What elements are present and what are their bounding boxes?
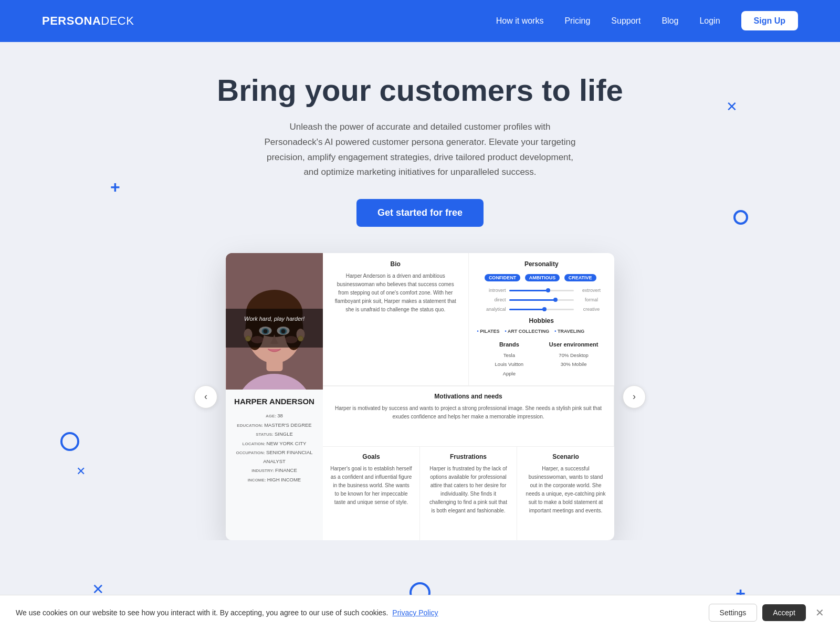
persona-motivations: Motivations and needs Harper is motivate… — [323, 386, 614, 446]
cookie-close-button[interactable]: ✕ — [815, 606, 824, 619]
persona-hobbies: Hobbies PILATES ART COLLECTING TRAVELING — [477, 317, 606, 336]
logo-deck: DECK — [101, 14, 134, 27]
hero-title: Bring your customers to life — [10, 74, 830, 107]
persona-details: AGE: 38 EDUCATION: MASTER'S DEGREE STATU… — [233, 411, 316, 484]
logo-persona: PERSONA — [42, 14, 101, 27]
persona-scenario: Scenario Harper, a successful businesswo… — [517, 447, 614, 540]
logo: PERSONADECK — [42, 14, 134, 28]
persona-brands: Brands Tesla Louis Vuitton Apple — [477, 341, 542, 377]
persona-tags: CONFIDENT AMBITIOUS CREATIVE — [477, 272, 606, 284]
cookie-bar: We use cookies on our website to see how… — [0, 595, 840, 624]
persona-quote: Work hard, play harder! — [226, 309, 323, 348]
persona-name: HARPER ANDERSON — [233, 397, 316, 406]
nav-links: How it works Pricing Support Blog Login … — [496, 16, 798, 26]
carousel-prev[interactable]: ‹ — [194, 385, 217, 408]
persona-goals: Goals Harper's goal is to establish hers… — [323, 447, 420, 540]
carousel-next[interactable]: › — [623, 385, 646, 408]
deco-x-bottomleft — [76, 466, 86, 477]
cookie-accept-button[interactable]: Accept — [762, 604, 806, 621]
deco-x-topright — [726, 100, 738, 113]
privacy-link[interactable]: Privacy Policy — [392, 608, 438, 617]
nav-how-it-works[interactable]: How it works — [496, 16, 544, 25]
cookie-settings-button[interactable]: Settings — [709, 604, 758, 622]
cookie-actions: Settings Accept ✕ — [709, 604, 824, 622]
hero-section: Bring your customers to life Unleash the… — [0, 42, 840, 540]
persona-frustrations: Frustrations Harper is frustrated by the… — [420, 447, 517, 540]
persona-left-col: Work hard, play harder! HARPER ANDERSON … — [226, 253, 323, 540]
nav-blog[interactable]: Blog — [662, 16, 678, 25]
cta-button[interactable]: Get started for free — [356, 199, 484, 227]
deco-circle-bottomleft — [60, 432, 79, 451]
nav-login[interactable]: Login — [699, 16, 720, 25]
trait-rows: introvert extrovert direct — [477, 288, 606, 312]
persona-photo: Work hard, play harder! — [226, 253, 323, 390]
persona-bottom-row: Goals Harper's goal is to establish hers… — [323, 446, 614, 540]
persona-right-col: Bio Harper Anderson is a driven and ambi… — [323, 253, 614, 540]
persona-info: HARPER ANDERSON AGE: 38 EDUCATION: MASTE… — [226, 390, 323, 492]
persona-bio: Bio Harper Anderson is a driven and ambi… — [323, 253, 469, 385]
nav-support[interactable]: Support — [611, 16, 640, 25]
deco-plus-topleft — [110, 178, 120, 195]
deco-circle-topright — [733, 210, 748, 225]
persona-card: Work hard, play harder! HARPER ANDERSON … — [226, 253, 614, 540]
navbar: PERSONADECK How it works Pricing Support… — [0, 0, 840, 42]
persona-top-row: Bio Harper Anderson is a driven and ambi… — [323, 253, 614, 385]
persona-personality: Personality CONFIDENT AMBITIOUS CREATIVE… — [469, 253, 615, 385]
brands-env: Brands Tesla Louis Vuitton Apple User en… — [477, 341, 606, 377]
hero-subtitle: Unleash the power of accurate and detail… — [262, 120, 578, 181]
nav-signup[interactable]: Sign Up — [741, 11, 798, 30]
user-environment: User environment 70% Desktop 30% Mobile — [541, 341, 606, 377]
nav-pricing[interactable]: Pricing — [564, 16, 590, 25]
cookie-text: We use cookies on our website to see how… — [16, 608, 438, 617]
